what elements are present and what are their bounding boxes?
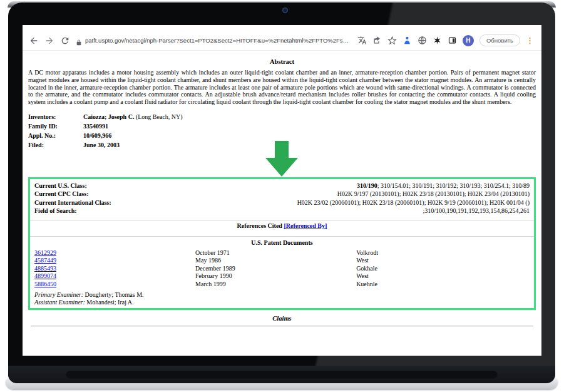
lock-icon [76,37,82,44]
abstract-heading: Abstract [28,58,536,65]
filed-label: Filed: [28,140,83,150]
assistant-examiner-row: Assistant Examiner: Mohandesi; Iraj A. [34,299,530,306]
citation-row: 4899074 February 1990 West [34,272,530,281]
laptop-base-indent [66,371,498,380]
primary-examiner-name: Dougherty; Thomas M. [83,291,143,298]
us-class-primary: 310/190 [357,182,377,189]
cpc-class-label: Current CPC Class: [34,190,88,199]
inventors-label: Inventors: [28,112,83,121]
citation-row: 4885493 December 1989 Gokhale [34,265,530,273]
citation-date: December 1989 [195,265,356,273]
classification-highlight-box: Current U.S. Class: 310/190; 310/154.01;… [28,177,536,311]
globe-extension-icon[interactable] [418,36,427,45]
profile-avatar[interactable]: H [463,35,474,46]
back-icon[interactable] [29,36,39,46]
family-id-value: 33540991 [83,121,108,131]
refresh-update-button[interactable]: Обновить [479,34,520,46]
references-cited-heading: References Cited [Referenced By] [34,220,530,232]
field-of-search-label: Field of Search: [34,207,77,215]
examiners: Primary Examiner: Dougherty; Thomas M. A… [34,291,530,306]
citation-row: 5886450 March 1999 Kuehnle [34,281,530,289]
browser-menu-icon[interactable]: ⋮ [526,36,534,44]
inventors-location: (Long Beach, NY) [134,113,182,120]
inventors-row: Inventors: Caiozza; Joseph C. (Long Beac… [28,112,536,121]
us-class-row: Current U.S. Class: 310/190; 310/154.01;… [34,182,530,190]
reload-icon[interactable] [60,36,70,46]
browser-window: patft.uspto.gov/netacgi/nph-Parser?Sect1… [23,25,541,356]
family-id-label: Family ID: [28,121,83,131]
us-class-label: Current U.S. Class: [34,182,87,190]
referenced-by-link[interactable]: [Referenced By] [284,222,327,229]
patent-number-link[interactable]: 5886450 [34,281,56,287]
appl-no-label: Appl. No.: [28,131,83,140]
patent-number-link[interactable]: 4885493 [34,265,56,272]
divider [31,326,533,327]
citation-inventor: Volkrodt [356,249,378,257]
citation-date: October 1971 [195,249,356,257]
forward-icon[interactable] [44,36,54,46]
intl-class-values: H02K 23/02 (20060101); H02K 23/18 (20060… [297,199,530,207]
side-panel-extension-icon[interactable] [448,36,457,45]
url-text: patft.uspto.gov/netacgi/nph-Parser?Sect1… [85,37,352,44]
abstract-text: A DC motor apparatus includes a motor ho… [28,69,536,106]
us-patent-documents-heading: U.S. Patent Documents [34,237,530,249]
cpc-class-values: H02K 9/197 (20130101); H02K 23/18 (20130… [337,190,530,199]
citation-inventor: Gokhale [356,265,377,273]
browser-toolbar: patft.uspto.gov/netacgi/nph-Parser?Sect1… [23,25,541,51]
highlight-region: Current U.S. Class: 310/190; 310/154.01;… [28,177,536,311]
field-of-search-values: ;310/100,190,191,192,193,154,86,254,261 [423,207,530,215]
assistant-examiner-name: Mohandesi; Iraj A. [85,299,134,306]
appl-no-row: Appl. No.: 10/609,966 [28,131,536,140]
citation-row: 3612929 October 1971 Volkrodt [34,249,530,257]
citation-inventor: West [356,257,369,265]
bookmark-star-icon[interactable] [387,36,397,45]
cpc-class-row: Current CPC Class: H02K 9/197 (20130101)… [34,190,530,199]
citation-row: 4587449 May 1986 West [34,257,530,265]
citation-inventor: West [356,272,369,281]
family-id-row: Family ID: 33540991 [28,121,536,131]
patent-number-link[interactable]: 4899074 [34,272,56,279]
address-bar[interactable]: patft.uspto.gov/netacgi/nph-Parser?Sect1… [76,37,352,44]
citation-date: February 1990 [195,272,356,281]
asterisk-extension-icon[interactable] [433,36,442,45]
intl-class-row: Current International Class: H02K 23/02 … [34,199,530,207]
filed-value: June 30, 2003 [83,140,120,150]
translate-icon[interactable] [357,36,367,45]
primary-examiner-row: Primary Examiner: Dougherty; Thomas M. [34,291,530,299]
patent-number-link[interactable]: 3612929 [34,249,56,256]
primary-examiner-label: Primary Examiner: [34,291,83,298]
inventors-value: Caiozza; Joseph C. [83,113,134,120]
us-class-values: ; 310/154.01; 310/191; 310/192; 310/193;… [377,182,530,189]
acrobat-extension-icon[interactable] [402,36,412,45]
patent-document: Abstract A DC motor apparatus includes a… [23,51,541,327]
intl-class-label: Current International Class: [34,199,111,207]
patent-number-link[interactable]: 4587449 [34,257,56,264]
claims-heading: Claims [28,315,536,322]
laptop-mockup: patft.uspto.gov/netacgi/nph-Parser?Sect1… [0,0,564,392]
field-of-search-row: Field of Search: ;310/100,190,191,192,19… [34,207,530,215]
citation-inventor: Kuehnle [356,281,377,289]
citation-date: March 1999 [195,281,356,289]
webcam [282,8,288,13]
green-down-arrow-annotation [265,141,298,177]
appl-no-value: 10/609,966 [83,131,111,140]
citation-date: May 1986 [195,257,356,265]
assistant-examiner-label: Assistant Examiner: [34,299,85,306]
share-icon[interactable] [372,36,382,45]
